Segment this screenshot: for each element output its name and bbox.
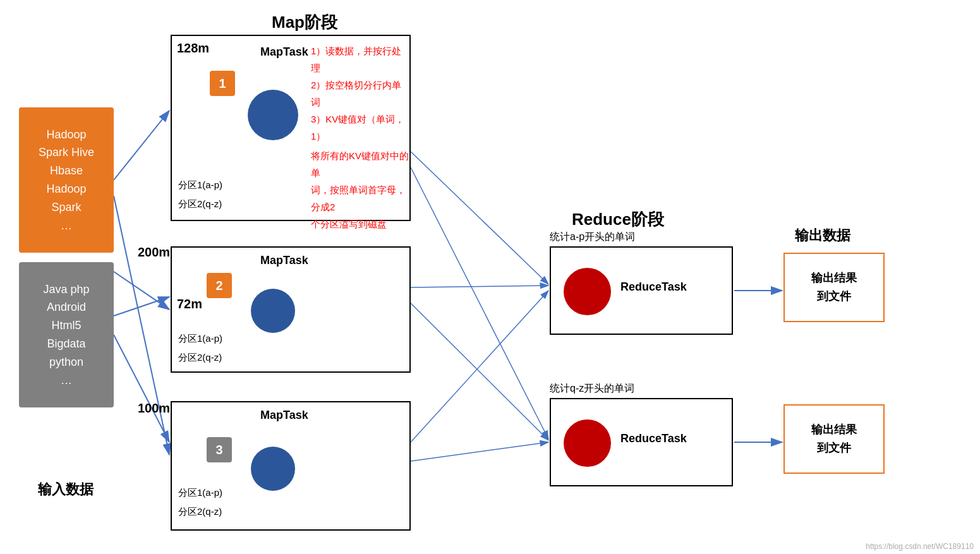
svg-line-6 [114,196,169,455]
annotation-4: 将所有的KV键值对中的单词，按照单词首字母，分成2个分区溢写到磁盘 [311,147,409,232]
red-annotations: 1）读数据，并按行处理 2）按空格切分行内单词 3）KV键值对（单词，1） 将所… [311,42,409,232]
input-orange-line5: Spark [51,198,81,217]
size-72m: 72m [177,297,202,311]
output-box-2: 输出结果到文件 [783,404,885,474]
svg-line-3 [114,272,169,310]
blue-circle-1 [248,90,298,140]
blue-circle-3 [251,447,295,491]
badge-2: 2 [207,273,232,298]
input-gray-line6: … [61,371,72,390]
output-box-1: 输出结果到文件 [783,253,885,322]
output-result-1: 输出结果到文件 [811,269,857,306]
svg-line-2 [114,111,169,180]
red-circle-2 [564,419,611,467]
partition1-1: 分区1(a-p) [178,179,222,191]
maptask-label-2: MapTask [260,254,308,267]
maptask-box-1: 128m MapTask 1 分区1(a-p) 分区2(q-z) 1）读数据，并… [171,35,411,221]
input-orange-line1: Hadoop [46,126,86,144]
badge-1: 1 [210,71,235,96]
svg-line-11 [411,286,548,287]
partition1-2: 分区1(a-p) [178,333,222,345]
svg-line-10 [411,152,548,284]
size-100m: 100m [138,401,170,416]
input-data-label: 输入数据 [38,480,94,499]
reduce-phase-title: Reduce阶段 [572,208,664,231]
output-data-header: 输出数据 [795,226,850,245]
partition1-3: 分区1(a-p) [178,487,222,499]
input-box-gray: Java php Android Html5 Bigdata python … [19,262,114,407]
annotation-1: 1）读数据，并按行处理 [311,42,409,76]
maptask-box-2: MapTask 2 72m 分区1(a-p) 分区2(q-z) [171,246,411,373]
svg-line-14 [411,303,548,440]
partition2-1: 分区2(q-z) [178,198,222,210]
size-128m: 128m [177,41,209,56]
badge-3: 3 [207,437,232,462]
reducetask-box-1: ReduceTask [550,246,733,335]
annotation-3: 3）KV键值对（单词，1） [311,111,409,145]
svg-line-4 [114,335,169,442]
map-phase-title: Map阶段 [272,11,337,33]
blue-circle-2 [251,289,295,333]
reducetask-label-1: ReduceTask [620,280,687,294]
input-gray-line3: Html5 [51,316,81,335]
maptask-box-3: MapTask 3 分区1(a-p) 分区2(q-z) [171,401,411,531]
maptask-label-1: MapTask [260,45,308,59]
reducetask-box-2: ReduceTask [550,398,733,486]
input-orange-line4: Hadoop [46,180,86,198]
input-orange-line3: Hbase [50,162,83,180]
svg-line-5 [114,297,169,316]
diagram-container: Hadoop Spark Hive Hbase Hadoop Spark … J… [0,0,980,554]
input-gray-line1: Java php [43,280,89,299]
input-orange-line2: Spark Hive [39,143,94,162]
input-box-orange: Hadoop Spark Hive Hbase Hadoop Spark … [19,107,114,253]
annotation-2: 2）按空格切分行内单词 [311,76,409,111]
svg-line-13 [411,167,548,439]
input-gray-line5: python [49,353,83,371]
reducetask-label-2: ReduceTask [620,432,687,445]
svg-line-12 [411,291,548,442]
size-200m: 200m [138,245,170,260]
watermark: https://blog.csdn.net/WC189110 [866,542,974,551]
input-orange-line6: … [61,217,72,235]
input-gray-line4: Bigdata [47,335,85,353]
stats-label-2: 统计q-z开头的单词 [550,382,634,395]
stats-label-1: 统计a-p开头的单词 [550,231,635,244]
partition2-3: 分区2(q-z) [178,506,222,518]
svg-line-15 [411,442,548,461]
output-result-2: 输出结果到文件 [811,421,857,457]
input-gray-line2: Android [47,298,86,316]
maptask-label-3: MapTask [260,409,308,422]
red-circle-1 [564,268,611,315]
partition2-2: 分区2(q-z) [178,352,222,364]
